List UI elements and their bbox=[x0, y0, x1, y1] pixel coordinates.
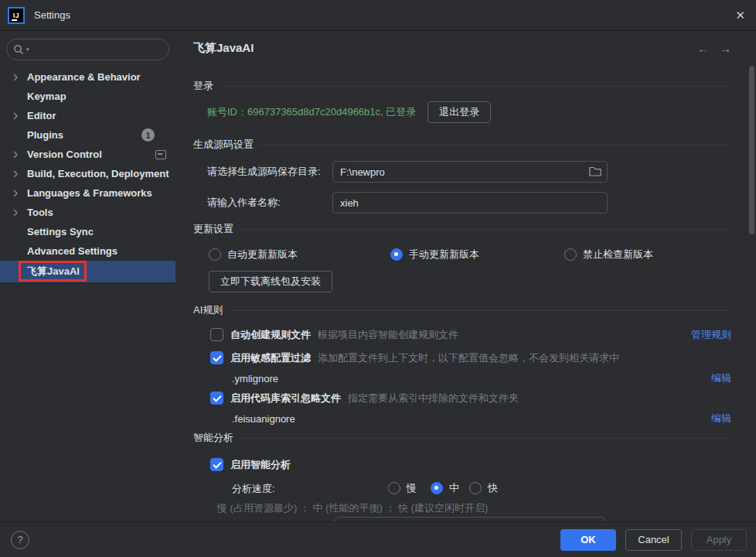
radio-manual-update[interactable]: 手动更新新版本 bbox=[390, 248, 479, 261]
section-codegen-title: 生成源码设置 bbox=[193, 138, 254, 152]
sidebar-item-label: Build, Execution, Deployment bbox=[27, 168, 169, 179]
index-ignore-desc: 指定需要从索引中排除的文件和文件夹 bbox=[348, 391, 519, 405]
sidebar-item-label: 飞算JavaAI bbox=[27, 265, 80, 278]
section-ai-rules-title: AI规则 bbox=[193, 303, 223, 317]
chevron-right-icon[interactable] bbox=[12, 170, 27, 178]
sidebar-tree: Appearance & Behavior Keymap Editor Plug… bbox=[0, 67, 175, 282]
settings-sidebar: ▾ Appearance & Behavior Keymap Editor Pl… bbox=[0, 31, 175, 521]
settings-window: IJ Settings ✕ ▾ Appearance & Behavior Ke… bbox=[0, 0, 756, 557]
forward-arrow-icon[interactable]: → bbox=[720, 42, 731, 55]
sidebar-item-label: Settings Sync bbox=[27, 226, 94, 237]
chevron-right-icon[interactable] bbox=[12, 209, 27, 217]
sidebar-item-editor[interactable]: Editor bbox=[0, 106, 175, 125]
sidebar-item-label: Advanced Settings bbox=[27, 245, 117, 257]
chevron-right-icon[interactable] bbox=[12, 151, 27, 159]
sidebar-item-label: Tools bbox=[27, 207, 53, 218]
save-dir-label: 请选择生成源码保存目录: bbox=[207, 165, 332, 179]
sidebar-item-appearance-behavior[interactable]: Appearance & Behavior bbox=[0, 67, 175, 87]
radio-selected-icon[interactable] bbox=[431, 482, 443, 494]
intellij-logo-icon: IJ bbox=[8, 7, 25, 24]
section-login: 登录 bbox=[193, 80, 731, 91]
back-arrow-icon[interactable]: ← bbox=[697, 42, 709, 55]
radio-speed-slow[interactable]: 慢 bbox=[388, 481, 417, 494]
plugins-count-badge: 1 bbox=[141, 128, 155, 142]
radio-label: 慢 bbox=[407, 481, 417, 495]
radio-label: 手动更新新版本 bbox=[409, 248, 479, 261]
chevron-right-icon[interactable] bbox=[12, 73, 27, 81]
sensitive-filter-checkbox[interactable] bbox=[210, 351, 223, 364]
radio-label: 自动更新新版本 bbox=[227, 248, 298, 261]
chevron-right-icon[interactable] bbox=[12, 190, 27, 197]
cancel-button[interactable]: Cancel bbox=[625, 529, 682, 551]
section-analysis: 智能分析 bbox=[193, 432, 731, 443]
section-codegen: 生成源码设置 bbox=[193, 139, 731, 150]
radio-selected-icon[interactable] bbox=[390, 248, 403, 261]
dialog-footer: ? OK Cancel Apply bbox=[0, 521, 756, 557]
sidebar-item-label: Version Control bbox=[27, 149, 102, 160]
download-offline-package-button[interactable]: 立即下载离线包及安装 bbox=[209, 271, 332, 292]
radio-speed-fast[interactable]: 快 bbox=[469, 481, 498, 494]
sidebar-item-version-control[interactable]: Version Control bbox=[0, 145, 175, 164]
sidebar-item-build-execution-deployment[interactable]: Build, Execution, Deployment bbox=[0, 164, 175, 183]
section-update: 更新设置 bbox=[193, 224, 731, 234]
radio-label: 禁止检查新版本 bbox=[583, 248, 653, 261]
sidebar-item-advanced-settings[interactable]: Advanced Settings bbox=[0, 241, 175, 261]
auto-create-rules-checkbox[interactable] bbox=[210, 328, 223, 341]
analysis-speed-label: 分析速度: bbox=[232, 482, 275, 496]
enable-analysis-checkbox[interactable] bbox=[210, 458, 223, 471]
sidebar-item-label: Appearance & Behavior bbox=[27, 71, 141, 83]
apply-button: Apply bbox=[691, 529, 747, 551]
enable-analysis-label: 启用智能分析 bbox=[230, 458, 291, 472]
ok-button[interactable]: OK bbox=[560, 529, 616, 551]
sidebar-item-settings-sync[interactable]: Settings Sync bbox=[0, 222, 175, 241]
search-icon bbox=[13, 44, 24, 55]
sidebar-item-label: Keymap bbox=[27, 91, 66, 102]
section-ai-rules: AI规则 bbox=[193, 305, 731, 316]
radio-icon[interactable] bbox=[469, 482, 482, 494]
sidebar-item-plugins[interactable]: Plugins 1 bbox=[0, 125, 175, 145]
sidebar-item-label: Languages & Frameworks bbox=[27, 187, 152, 199]
sidebar-item-feisuan-javaai[interactable]: 飞算JavaAI bbox=[0, 261, 175, 282]
folder-icon[interactable] bbox=[589, 166, 601, 179]
edit-feisuanignore-link[interactable]: 编辑 bbox=[711, 412, 731, 425]
radio-icon[interactable] bbox=[564, 248, 577, 261]
settings-content-pane: 飞算JavaAI ← → 登录 账号ID：696737365d8d7c20d49… bbox=[175, 31, 756, 521]
radio-icon[interactable] bbox=[388, 482, 400, 494]
update-mode-radio-group: 自动更新新版本 手动更新新版本 禁止检查新版本 bbox=[193, 248, 731, 261]
directory-mapping-icon bbox=[155, 150, 166, 159]
section-analysis-title: 智能分析 bbox=[193, 431, 233, 445]
radio-label: 中 bbox=[449, 481, 459, 495]
sensitive-filter-desc: 添加配置文件到上下文时，以下配置值会忽略，不会发到相关请求中 bbox=[318, 351, 619, 365]
index-ignore-checkbox[interactable] bbox=[210, 391, 223, 405]
author-name-label: 请输入作者名称: bbox=[207, 196, 332, 210]
sidebar-item-tools[interactable]: Tools bbox=[0, 203, 175, 222]
chevron-right-icon[interactable] bbox=[12, 112, 27, 120]
logout-button[interactable]: 退出登录 bbox=[427, 101, 491, 123]
auto-create-rules-label: 自动创建规则文件 bbox=[230, 328, 311, 342]
help-icon[interactable]: ? bbox=[11, 531, 29, 549]
radio-speed-medium[interactable]: 中 bbox=[431, 481, 459, 494]
radio-auto-update[interactable]: 自动更新新版本 bbox=[209, 248, 298, 261]
auto-create-rules-desc: 根据项目内容智能创建规则文件 bbox=[318, 328, 458, 342]
account-id-text: 账号ID：696737365d8d7c20d4966b1c, 已登录 bbox=[207, 105, 416, 119]
radio-disable-check[interactable]: 禁止检查新版本 bbox=[564, 248, 653, 261]
radio-label: 快 bbox=[488, 481, 498, 495]
analysis-speed-hint: 慢 (占用资源最少) ； 中 (性能的平衡) ； 快 (建议空闲时开启) bbox=[217, 501, 731, 514]
close-icon[interactable]: ✕ bbox=[735, 9, 745, 21]
radio-icon[interactable] bbox=[209, 248, 221, 261]
page-title: 飞算JavaAI bbox=[193, 41, 254, 56]
index-ignore-label: 启用代码库索引忽略文件 bbox=[230, 391, 341, 405]
sensitive-filter-label: 启用敏感配置过滤 bbox=[230, 351, 311, 365]
vertical-scrollbar-thumb[interactable] bbox=[749, 66, 754, 234]
save-dir-input[interactable] bbox=[332, 161, 608, 183]
sidebar-search[interactable]: ▾ bbox=[6, 39, 169, 60]
search-input[interactable] bbox=[31, 43, 162, 56]
edit-ymlignore-link[interactable]: 编辑 bbox=[711, 371, 731, 385]
sidebar-item-keymap[interactable]: Keymap bbox=[0, 87, 175, 106]
sidebar-item-languages-frameworks[interactable]: Languages & Frameworks bbox=[0, 183, 175, 203]
author-name-input[interactable] bbox=[332, 192, 608, 214]
window-title: Settings bbox=[34, 9, 70, 21]
sidebar-item-label: Editor bbox=[27, 110, 56, 121]
section-update-title: 更新设置 bbox=[193, 222, 233, 236]
manage-rules-link[interactable]: 管理规则 bbox=[691, 328, 731, 342]
